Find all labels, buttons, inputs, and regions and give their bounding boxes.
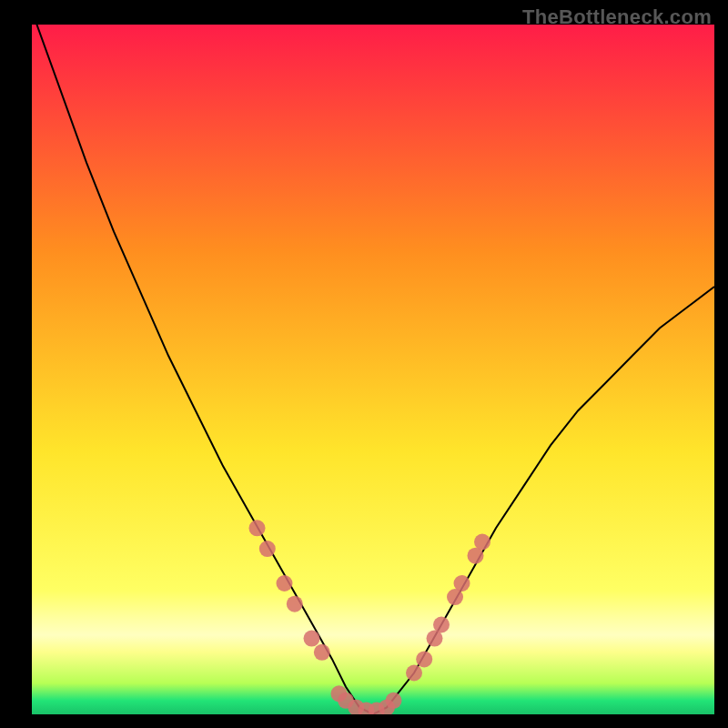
marker-point [304, 631, 320, 647]
marker-point [433, 617, 450, 633]
plot-background [32, 25, 714, 714]
marker-point [259, 541, 276, 557]
marker-point [416, 651, 432, 667]
chart-svg [0, 0, 728, 728]
marker-point [277, 575, 293, 592]
marker-point [249, 520, 266, 536]
watermark-text: TheBottleneck.com [522, 5, 712, 29]
marker-point [454, 575, 470, 592]
marker-point [386, 693, 402, 709]
chart-frame: { "watermark": "TheBottleneck.com", "col… [0, 0, 728, 728]
marker-point [406, 665, 422, 682]
marker-point [287, 596, 303, 612]
marker-point [474, 534, 490, 551]
marker-point [314, 644, 330, 661]
